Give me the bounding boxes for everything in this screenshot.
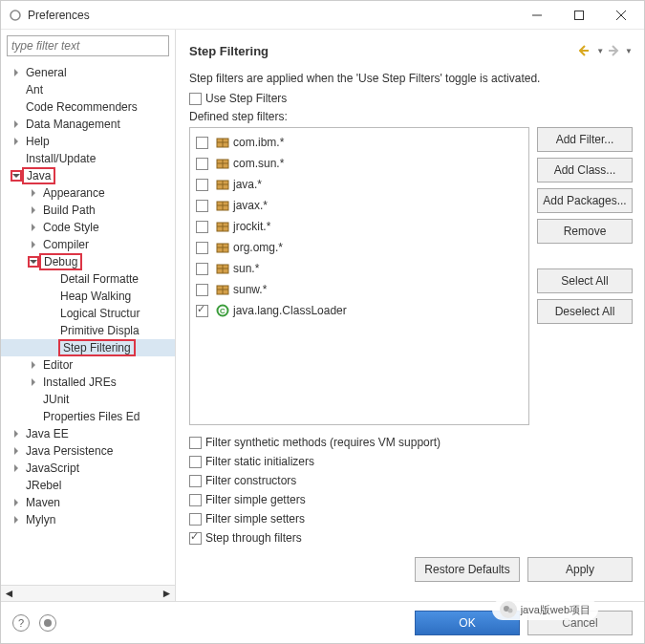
add-packages-button[interactable]: Add Packages...: [537, 188, 633, 213]
window-title: Preferences: [28, 9, 516, 22]
option-label: Filter simple setters: [205, 512, 305, 526]
watermark-badge: java版web项目: [492, 599, 598, 620]
tree-item[interactable]: Debug: [1, 253, 175, 270]
tree-item[interactable]: Primitive Displa: [1, 322, 175, 339]
option-label: Filter simple getters: [205, 493, 306, 506]
package-icon: [216, 241, 229, 254]
add-filter-button[interactable]: Add Filter...: [537, 127, 633, 152]
preference-tree[interactable]: GeneralAntCode RecommendersData Manageme…: [1, 62, 175, 585]
option-checkbox[interactable]: Filter synthetic methods (requires VM su…: [189, 433, 633, 452]
tree-item[interactable]: JUnit: [1, 391, 175, 408]
back-menu-icon[interactable]: ▼: [596, 47, 604, 55]
tree-item[interactable]: Appearance: [1, 184, 175, 202]
filter-row[interactable]: jrockit.*: [192, 216, 527, 237]
add-class-button[interactable]: Add Class...: [537, 158, 633, 182]
filter-checkbox[interactable]: [196, 200, 208, 212]
package-icon: [216, 178, 229, 191]
tree-item[interactable]: Detail Formatte: [1, 270, 175, 288]
spacer: [11, 480, 22, 491]
deselect-all-button[interactable]: Deselect All: [537, 299, 633, 324]
option-checkbox[interactable]: Filter static initializers: [189, 452, 633, 471]
tree-item[interactable]: Java: [1, 167, 175, 184]
tree-item[interactable]: Maven: [1, 494, 175, 511]
filter-checkbox[interactable]: [196, 242, 208, 254]
option-label: Filter static initializers: [205, 455, 314, 468]
option-checkbox[interactable]: Filter constructors: [189, 471, 633, 490]
tree-item[interactable]: Code Recommenders: [1, 98, 175, 116]
tree-item[interactable]: Install/Update: [1, 150, 175, 167]
apply-button[interactable]: Apply: [527, 557, 633, 582]
chevron-right-icon: [11, 67, 22, 78]
tree-item[interactable]: Help: [1, 133, 175, 150]
filter-input[interactable]: [7, 35, 169, 56]
filter-row[interactable]: com.sun.*: [192, 153, 527, 174]
tree-item[interactable]: Build Path: [1, 202, 175, 219]
close-button[interactable]: [600, 2, 642, 29]
tree-item[interactable]: JavaScript: [1, 460, 175, 477]
spacer: [45, 273, 56, 285]
filter-row[interactable]: org.omg.*: [192, 237, 527, 258]
tree-item[interactable]: Java Persistence: [1, 442, 175, 460]
tree-label: Step Filtering: [58, 339, 136, 356]
filter-checkbox[interactable]: [196, 221, 208, 233]
tree-item[interactable]: Code Style: [1, 219, 175, 236]
filter-checkbox[interactable]: [196, 158, 208, 170]
tree-item[interactable]: Heap Walking: [1, 288, 175, 305]
filter-row[interactable]: java.*: [192, 174, 527, 195]
tree-item[interactable]: Mylyn: [1, 511, 175, 528]
scroll-left-icon[interactable]: ◄: [1, 586, 17, 602]
filter-checkbox[interactable]: [196, 137, 208, 149]
filter-row[interactable]: javax.*: [192, 195, 527, 216]
scroll-right-icon[interactable]: ►: [159, 586, 175, 602]
remove-button[interactable]: Remove: [537, 219, 633, 244]
chevron-right-icon: [28, 204, 39, 216]
use-step-filters-checkbox[interactable]: Use Step Filters: [189, 89, 633, 108]
tree-item[interactable]: Step Filtering: [1, 339, 175, 356]
tree-label: Heap Walking: [58, 290, 133, 303]
filter-list[interactable]: com.ibm.*com.sun.*java.*javax.*jrockit.*…: [189, 127, 529, 425]
tree-item[interactable]: JRebel: [1, 477, 175, 494]
tree-label: Mylyn: [24, 513, 57, 526]
filter-checkbox[interactable]: [196, 284, 208, 296]
tree-item[interactable]: Properties Files Ed: [1, 408, 175, 425]
tree-item[interactable]: Java EE: [1, 425, 175, 442]
tree-item[interactable]: Editor: [1, 356, 175, 374]
main-panel: Step Filtering ▼ ▼ Step filters are appl…: [176, 30, 644, 601]
tree-item[interactable]: Logical Structur: [1, 305, 175, 322]
help-icon[interactable]: ?: [12, 614, 30, 632]
option-checkbox[interactable]: Filter simple getters: [189, 490, 633, 509]
spacer: [45, 342, 56, 354]
minimize-button[interactable]: [516, 2, 558, 29]
tree-item[interactable]: Installed JREs: [1, 374, 175, 391]
tree-item[interactable]: Compiler: [1, 236, 175, 253]
option-checkbox[interactable]: Filter simple setters: [189, 509, 633, 528]
package-icon: [216, 199, 229, 212]
filter-row[interactable]: sunw.*: [192, 279, 527, 300]
forward-menu-icon[interactable]: ▼: [625, 47, 633, 55]
horizontal-scrollbar[interactable]: ◄ ►: [1, 585, 175, 601]
select-all-button[interactable]: Select All: [537, 268, 633, 293]
forward-icon[interactable]: [608, 45, 621, 56]
maximize-button[interactable]: [558, 2, 600, 29]
filter-checkbox[interactable]: [196, 263, 208, 275]
back-icon[interactable]: [579, 45, 592, 56]
tree-item[interactable]: Data Management: [1, 116, 175, 133]
restore-defaults-button[interactable]: Restore Defaults: [415, 557, 520, 582]
option-checkbox[interactable]: Step through filters: [189, 528, 633, 547]
tree-item[interactable]: General: [1, 64, 175, 81]
filter-row[interactable]: sun.*: [192, 258, 527, 279]
tree-label: JRebel: [24, 479, 63, 492]
tree-item[interactable]: Ant: [1, 81, 175, 98]
filter-row[interactable]: Cjava.lang.ClassLoader: [192, 300, 527, 321]
chevron-right-icon: [28, 359, 39, 371]
tree-label: Primitive Displa: [58, 324, 141, 337]
filter-row[interactable]: com.ibm.*: [192, 132, 527, 153]
filter-label: jrockit.*: [233, 220, 270, 233]
filter-checkbox[interactable]: [196, 179, 208, 191]
context-icon[interactable]: [39, 614, 56, 632]
filter-checkbox[interactable]: [196, 305, 208, 317]
chevron-right-icon: [11, 136, 22, 147]
spacer: [28, 411, 39, 422]
spacer: [11, 84, 22, 96]
chevron-right-icon: [11, 445, 22, 457]
